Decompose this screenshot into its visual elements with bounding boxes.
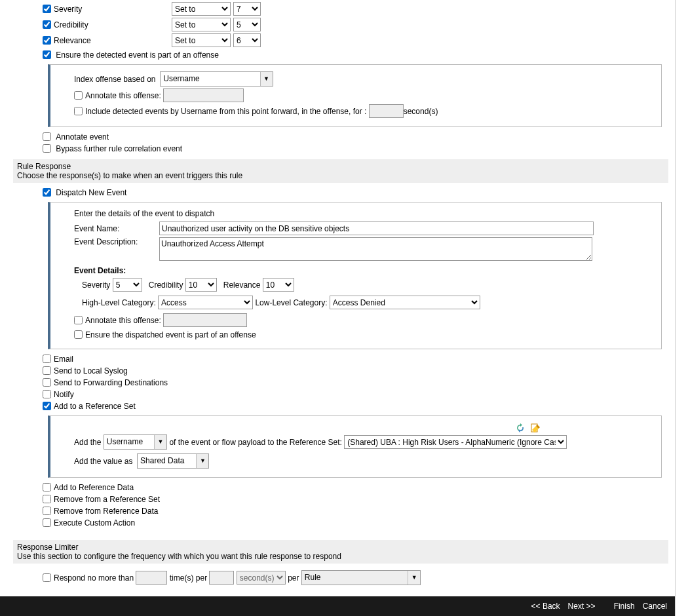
credibility-label: Credibility (54, 20, 172, 29)
notify-checkbox[interactable] (43, 390, 51, 398)
index-offense-label: Index offense based on (74, 75, 156, 84)
add-ref-data-checkbox[interactable] (43, 483, 51, 491)
ll-cat-label: Low-Level Category: (255, 298, 327, 307)
relevance-checkbox[interactable] (43, 36, 51, 45)
respond-limit-checkbox[interactable] (43, 573, 51, 582)
respond-interval-input[interactable] (209, 571, 234, 585)
cancel-button[interactable]: Cancel (643, 602, 667, 611)
finish-button[interactable]: Finish (614, 602, 635, 611)
back-button[interactable]: << Back (531, 602, 560, 611)
add-property-combo[interactable]: ▼ (104, 434, 167, 450)
credibility-mode-select[interactable]: Set to (172, 18, 231, 31)
annotate-offense-input[interactable] (163, 88, 244, 102)
ev-cred-select[interactable]: 10 (185, 278, 217, 292)
add-value-combo[interactable]: ▼ (137, 453, 209, 469)
limiter-header: Response Limiter Use this section to con… (13, 540, 668, 564)
next-button[interactable]: Next >> (568, 602, 596, 611)
remove-ref-data-label: Remove from Reference Data (54, 507, 158, 516)
times-per-label: time(s) per (170, 573, 207, 583)
event-desc-textarea[interactable] (159, 237, 592, 261)
dispatch-label: Dispatch New Event (56, 188, 126, 197)
refresh-icon[interactable] (515, 423, 526, 433)
remove-ref-data-checkbox[interactable] (43, 507, 51, 515)
ev-rel-select[interactable]: 10 (263, 278, 294, 292)
add-property-input[interactable] (104, 435, 152, 448)
rule-response-desc: Choose the response(s) to make when an e… (17, 171, 664, 180)
credibility-value-select[interactable]: 5 (233, 18, 261, 31)
include-events-label-post: second(s) (404, 107, 438, 116)
annotate-event-checkbox[interactable] (43, 132, 51, 141)
ev-cred-label: Credibility (149, 280, 183, 290)
event-desc-label: Event Description: (74, 237, 159, 246)
remove-ref-set-checkbox[interactable] (43, 495, 51, 503)
limiter-desc: Use this section to configure the freque… (17, 552, 664, 561)
include-events-label-pre: Include detected events by Username from… (85, 107, 366, 116)
edit-icon[interactable] (530, 423, 541, 433)
limiter-title: Response Limiter (17, 543, 664, 552)
per-input[interactable] (302, 571, 406, 583)
dispatch-ensure-checkbox[interactable] (74, 330, 83, 339)
add-ref-data-label: Add to Reference Data (54, 483, 134, 492)
wizard-footer: << Back Next >> Finish Cancel (0, 596, 675, 616)
annotate-offense-checkbox[interactable] (74, 91, 83, 100)
respond-unit-select[interactable]: second(s) (237, 571, 286, 585)
dispatch-box: Enter the details of the event to dispat… (48, 202, 662, 349)
offense-settings-box: Index offense based on ▼ Annotate this o… (48, 64, 662, 127)
ref-set-select[interactable]: (Shared) UBA : High Risk Users - AlphaNu… (344, 435, 567, 449)
relevance-row: Relevance Set to 6 (43, 33, 662, 47)
email-checkbox[interactable] (43, 355, 51, 363)
per-combo[interactable]: ▼ (301, 570, 421, 585)
add-ref-checkbox[interactable] (43, 402, 51, 410)
add-ref-label: Add to a Reference Set (54, 402, 136, 411)
enter-details-label: Enter the details of the event to dispat… (74, 209, 653, 218)
event-name-input[interactable] (159, 221, 594, 235)
hl-cat-label: High-Level Category: (82, 298, 156, 307)
email-label: Email (54, 355, 73, 364)
credibility-checkbox[interactable] (43, 20, 51, 29)
relevance-value-select[interactable]: 6 (233, 33, 261, 47)
severity-mode-select[interactable]: Set to (172, 2, 231, 16)
dispatch-checkbox[interactable] (43, 188, 51, 197)
include-events-checkbox[interactable] (74, 107, 83, 115)
respond-pre-label: Respond no more than (54, 573, 134, 583)
ensure-offense-checkbox[interactable] (43, 50, 51, 59)
dispatch-annotate-input[interactable] (163, 313, 247, 327)
index-offense-combo[interactable]: ▼ (160, 71, 273, 87)
add-value-label: Add the value as (74, 457, 132, 466)
event-name-label: Event Name: (74, 224, 159, 233)
credibility-row: Credibility Set to 5 (43, 18, 662, 31)
ev-sev-label: Severity (82, 280, 110, 290)
ev-sev-select[interactable]: 5 (113, 278, 142, 292)
ref-set-box: Add the ▼ of the event or flow payload t… (48, 415, 662, 478)
remove-ref-set-label: Remove from a Reference Set (54, 495, 160, 504)
chevron-down-icon[interactable]: ▼ (260, 72, 273, 86)
forward-checkbox[interactable] (43, 378, 51, 387)
chevron-down-icon[interactable]: ▼ (196, 454, 208, 468)
syslog-checkbox[interactable] (43, 366, 51, 375)
severity-label: Severity (54, 5, 172, 14)
annotate-offense-label: Annotate this offense: (85, 91, 161, 100)
ev-rel-label: Relevance (223, 280, 261, 290)
event-details-header: Event Details: (74, 266, 653, 275)
dispatch-annotate-checkbox[interactable] (74, 316, 83, 324)
severity-row: Severity Set to 7 (43, 2, 662, 16)
bypass-checkbox[interactable] (43, 144, 51, 153)
notify-label: Notify (54, 390, 74, 399)
hl-cat-select[interactable]: Access (158, 296, 253, 309)
include-events-seconds-input[interactable] (369, 104, 404, 118)
relevance-mode-select[interactable]: Set to (172, 33, 231, 47)
ll-cat-select[interactable]: Access Denied (330, 296, 480, 309)
chevron-down-icon[interactable]: ▼ (154, 435, 166, 449)
chevron-down-icon[interactable]: ▼ (408, 571, 420, 585)
severity-value-select[interactable]: 7 (233, 2, 261, 16)
exec-custom-label: Execute Custom Action (54, 518, 135, 528)
severity-checkbox[interactable] (43, 5, 51, 13)
add-value-input[interactable] (138, 454, 194, 467)
rule-response-header: Rule Response Choose the response(s) to … (13, 159, 668, 183)
relevance-label: Relevance (54, 36, 172, 45)
dispatch-ensure-label: Ensure the dispatched event is part of a… (85, 330, 256, 339)
annotate-event-label: Annotate event (56, 132, 109, 142)
exec-custom-checkbox[interactable] (43, 518, 51, 527)
index-offense-input[interactable] (161, 72, 258, 85)
respond-count-input[interactable] (136, 571, 167, 585)
